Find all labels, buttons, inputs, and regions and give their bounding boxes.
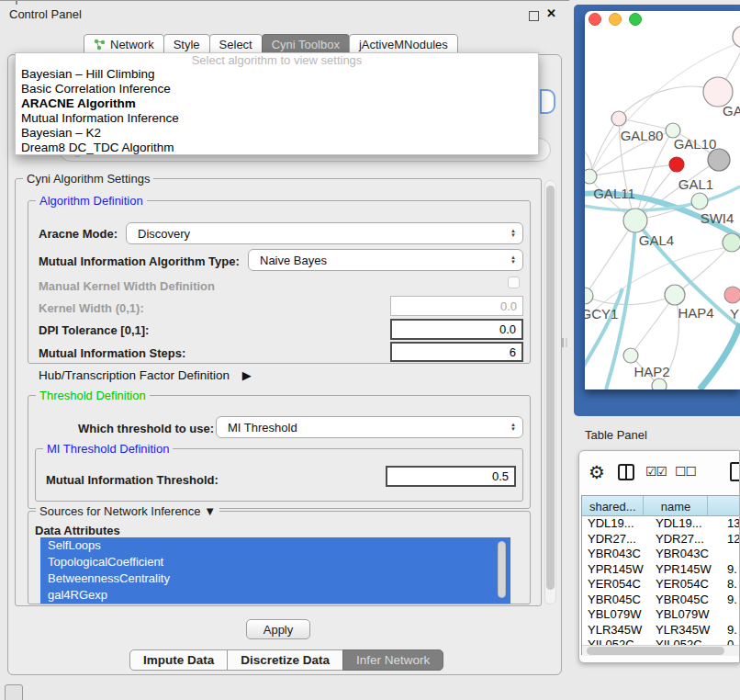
- node-hap4[interactable]: [665, 285, 685, 305]
- network-edge[interactable]: [700, 323, 740, 390]
- float-window-icon[interactable]: [529, 11, 539, 21]
- node-hap4-label: HAP4: [678, 305, 713, 321]
- node-gal1[interactable]: [691, 193, 708, 209]
- tab-impute-data[interactable]: Impute Data: [129, 649, 228, 671]
- hub-definition-label: Hub/Transcription Factor Definition: [39, 368, 230, 382]
- attributes-scrollbar-thumb[interactable]: [498, 541, 506, 598]
- network-edge[interactable]: [675, 243, 732, 295]
- cyni-algorithm-settings-title: Cyni Algorithm Settings: [23, 172, 153, 186]
- data-attributes-list[interactable]: SelfLoopsTopologicalCoefficientBetweenne…: [40, 537, 510, 604]
- tab-infer-network[interactable]: Infer Network: [342, 649, 443, 671]
- dpi-tolerance-field[interactable]: 0.0: [390, 319, 523, 340]
- tab-label: Network: [110, 38, 154, 51]
- dpi-tolerance-value: 0.0: [499, 322, 516, 336]
- algorithm-option[interactable]: Bayesian – K2: [16, 126, 538, 141]
- tab-label: jActiveMNodules: [359, 38, 448, 51]
- table-cell: YPR145W: [588, 562, 644, 576]
- column-header[interactable]: name: [644, 496, 708, 516]
- mi-algorithm-type-combo[interactable]: Naive Bayes ▲▼: [248, 249, 523, 271]
- table-hscrollbar-thumb[interactable]: [587, 647, 724, 655]
- attribute-item[interactable]: gal4RGexp: [40, 587, 510, 604]
- splitter-grip[interactable]: [562, 338, 567, 347]
- dpi-tolerance-label: DPI Tolerance [0,1]:: [39, 323, 149, 337]
- table-header-row: shared...name: [582, 496, 740, 516]
- columns-icon[interactable]: [618, 464, 634, 480]
- node-table: shared...name YDL19...YDL19...13YDR27...…: [581, 495, 740, 655]
- sources-title: Sources for Network Inference ▼: [36, 504, 219, 518]
- which-threshold-label: Which threshold to use:: [78, 422, 214, 435]
- collapse-down-icon[interactable]: ▼: [204, 504, 216, 518]
- node-gal80[interactable]: [611, 111, 626, 126]
- table-row[interactable]: YDR27...YDR27...12: [582, 532, 740, 548]
- node-hap2-label: HAP2: [633, 364, 669, 379]
- settings-scrollbar-thumb[interactable]: [546, 186, 555, 590]
- table-cell: YBR045C: [656, 593, 709, 606]
- document-icon[interactable]: [730, 462, 740, 481]
- network-canvas[interactable]: GALGAL80GAL10GAL1GAL11SWI4GAL4GCY1HAP4YH…: [585, 11, 740, 390]
- bottom-tabs: Impute Data Discretize Data Infer Networ…: [130, 649, 443, 671]
- node-gray[interactable]: [708, 149, 730, 171]
- algorithm-option[interactable]: ARACNE Algorithm: [16, 96, 538, 111]
- node-gal-label: GAL: [723, 103, 740, 119]
- algorithm-option[interactable]: Dream8 DC_TDC Algorithm: [16, 141, 538, 155]
- mi-threshold-field[interactable]: 0.5: [386, 466, 516, 487]
- gear-icon[interactable]: ⚙: [589, 462, 605, 482]
- node-partial-bottom[interactable]: [652, 378, 667, 390]
- manual-kernel-checkbox[interactable]: [508, 277, 520, 288]
- table-cell: YDR27...: [588, 532, 636, 546]
- hub-definition-toggle[interactable]: Hub/Transcription Factor Definition ▶: [39, 368, 252, 382]
- stepper-icon: ▲▼: [510, 423, 516, 432]
- collapsed-panel-icon[interactable]: [5, 684, 23, 700]
- which-threshold-combo[interactable]: MI Threshold ▲▼: [216, 416, 523, 438]
- select-all-checks-icon[interactable]: ☑☑: [645, 464, 667, 479]
- expand-right-icon[interactable]: ▶: [242, 368, 252, 382]
- mi-threshold-definition-title: MI Threshold Definition: [43, 442, 173, 456]
- node-gcy1[interactable]: [585, 288, 593, 304]
- stepper-icon: ▲▼: [510, 255, 516, 265]
- tab-label: Impute Data: [143, 653, 214, 667]
- apply-button[interactable]: Apply: [246, 619, 310, 639]
- table-row[interactable]: YLR345WYLR345W9.: [582, 623, 740, 638]
- aracne-mode-value: Discovery: [138, 227, 190, 241]
- control-panel-titlebar: [0, 0, 569, 28]
- algorithm-option[interactable]: Mutual Information Inference: [16, 111, 538, 126]
- table-row[interactable]: YIL052CYIL052C0.: [582, 638, 740, 645]
- node-y-pink[interactable]: [724, 287, 740, 303]
- node-hap2[interactable]: [623, 348, 638, 363]
- table-cell: YBL079W: [656, 607, 710, 621]
- attribute-item[interactable]: TopologicalCoefficient: [40, 554, 510, 570]
- node-gal11[interactable]: [585, 169, 597, 184]
- tab-label: Style: [174, 38, 200, 51]
- column-header[interactable]: shared...: [582, 496, 644, 516]
- deselect-all-checks-icon[interactable]: ☐☐: [675, 464, 696, 479]
- manual-kernel-label: Manual Kernel Width Definition: [39, 279, 215, 293]
- close-panel-icon[interactable]: ✕: [546, 6, 556, 20]
- table-hscrollbar[interactable]: [582, 645, 740, 656]
- table-row[interactable]: YBR045CYBR045C9.: [582, 593, 740, 608]
- network-edge[interactable]: [585, 295, 675, 305]
- node-swi4[interactable]: [723, 233, 740, 252]
- node-gal4-label: GAL4: [639, 232, 674, 248]
- attribute-item[interactable]: BetweennessCentrality: [40, 570, 510, 587]
- kernel-width-field[interactable]: 0.0: [390, 296, 523, 316]
- node-gal4[interactable]: [623, 209, 647, 232]
- table-row[interactable]: YDL19...YDL19...13: [582, 516, 740, 532]
- algorithm-option[interactable]: Basic Correlation Inference: [16, 82, 538, 96]
- settings-scrollbar[interactable]: [544, 180, 556, 604]
- table-row[interactable]: YBL079WYBL079W: [582, 607, 740, 623]
- kernel-width-value: 0.0: [500, 299, 517, 313]
- node-red[interactable]: [669, 157, 684, 172]
- table-cell: YLR345W: [588, 623, 642, 637]
- algorithm-option[interactable]: Bayesian – Hill Climbing: [16, 67, 538, 82]
- table-row[interactable]: YBR043CYBR043C: [582, 547, 740, 562]
- mi-steps-field[interactable]: 6: [390, 342, 523, 362]
- table-row[interactable]: YER054CYER054C8.: [582, 577, 740, 593]
- mi-algorithm-type-label: Mutual Information Algorithm Type:: [39, 254, 240, 268]
- tab-discretize-data[interactable]: Discretize Data: [227, 649, 343, 671]
- network-view-window[interactable]: GALGAL80GAL10GAL1GAL11SWI4GAL4GCY1HAP4YH…: [585, 11, 740, 390]
- attribute-item[interactable]: SelfLoops: [40, 537, 510, 554]
- table-row[interactable]: YPR145WYPR145W9.: [582, 562, 740, 578]
- column-header[interactable]: [708, 496, 740, 516]
- aracne-mode-combo[interactable]: Discovery ▲▼: [126, 222, 523, 244]
- network-edge[interactable]: [589, 164, 677, 176]
